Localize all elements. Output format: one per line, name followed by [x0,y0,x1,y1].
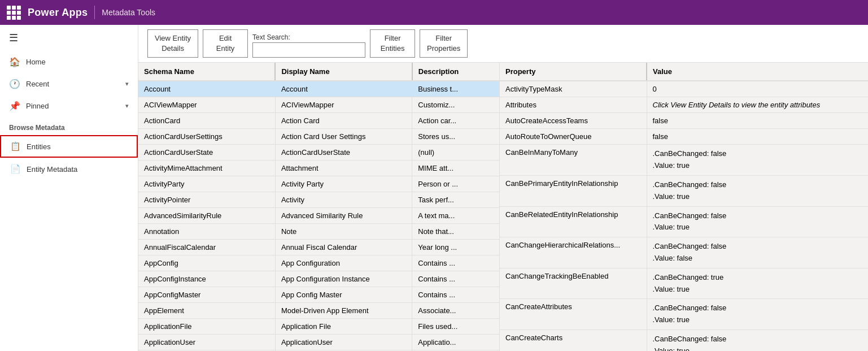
schema-name-cell: AppConfig [138,255,275,271]
recent-label: Recent [26,80,120,88]
schema-name-cell: ActionCardUserState [138,145,275,161]
prop-row: CanCreateAttributes.CanBeChanged: false … [500,299,868,330]
display-name-cell: App Configuration [275,255,412,271]
table-row[interactable]: ApplicationUserApplicationUserApplicatio… [138,335,499,350]
display-name-cell: ApplicationUser [275,335,412,350]
properties-panel[interactable]: Property Value ActivityTypeMask0Attribut… [500,63,868,351]
prop-value: .CanBeChanged: false .Value: true [647,145,868,176]
sidebar-item-home[interactable]: 🏠 Home [0,51,138,73]
search-input[interactable] [252,42,365,58]
sidebar-item-entities[interactable]: 📋 Entities [0,135,138,158]
prop-value: .CanBeChanged: true .Value: true [647,268,868,299]
table-row[interactable]: ActivityMimeAttachmentAttachmentMIME att… [138,161,499,176]
entity-metadata-label: Entity Metadata [27,165,77,174]
description-cell: Stores us... [412,129,499,145]
table-row[interactable]: ActionCardAction CardAction car... [138,113,499,129]
table-area: Schema Name Display Name Description Acc… [138,63,868,351]
schema-name-header: Schema Name [138,63,275,81]
table-row[interactable]: ACIViewMapperACIViewMapperCustomiz... [138,97,499,113]
description-cell: Associate... [412,303,499,319]
sidebar-item-pinned[interactable]: 📌 Pinned ▾ [0,95,138,117]
display-name-cell: Attachment [275,161,412,176]
filter-properties-button[interactable]: Filter Properties [420,29,468,58]
view-entity-details-button[interactable]: View Entity Details [147,29,198,58]
table-row[interactable]: AnnotationNoteNote that... [138,224,499,240]
prop-row: CanChangeHierarchicalRelations....CanBeC… [500,237,868,268]
display-name-cell: App Config Master [275,287,412,303]
home-label: Home [26,58,129,66]
schema-name-cell: Annotation [138,224,275,240]
sidebar: ☰ 🏠 Home 🕐 Recent ▾ 📌 Pinned ▾ Browse Me… [0,25,138,351]
description-cell: Applicatio... [412,335,499,350]
sidebar-item-entity-metadata[interactable]: 📄 Entity Metadata [0,158,138,180]
browse-metadata-title: Browse Metadata [0,117,138,135]
top-navigation: Power Apps Metadata Tools [0,0,868,25]
hamburger-menu[interactable]: ☰ [0,25,138,51]
table-row[interactable]: ApplicationFileApplication FileFiles use… [138,319,499,335]
prop-row: CanBeInManyToMany.CanBeChanged: false .V… [500,145,868,176]
table-row[interactable]: AppConfigMasterApp Config MasterContains… [138,287,499,303]
prop-row: CanCreateCharts.CanBeChanged: false .Val… [500,330,868,351]
home-icon: 🏠 [9,57,20,67]
description-cell: Business t... [412,81,499,97]
prop-value: false [647,113,868,129]
schema-name-cell: ActionCard [138,113,275,129]
display-name-cell: Model-Driven App Element [275,303,412,319]
prop-row: ActivityTypeMask0 [500,81,868,97]
schema-name-cell: ActivityParty [138,176,275,192]
entities-label: Entities [27,142,51,151]
schema-name-cell: ACIViewMapper [138,97,275,113]
prop-name: CanBePrimaryEntityInRelationship [500,175,647,206]
table-row[interactable]: AdvancedSimilarityRuleAdvanced Similarit… [138,208,499,224]
description-cell: Contains ... [412,255,499,271]
content-area: View Entity Details Edit Entity Text Sea… [138,25,868,351]
table-row[interactable]: ActivityPointerActivityTask perf... [138,192,499,208]
filter-entities-button[interactable]: Filter Entities [370,29,415,58]
edit-entity-button[interactable]: Edit Entity [203,29,248,58]
description-cell: Contains ... [412,271,499,287]
description-cell: A text ma... [412,208,499,224]
prop-name: CanChangeTrackingBeEnabled [500,268,647,299]
app-subtitle: Metadata Tools [102,8,155,17]
prop-name: AutoRouteToOwnerQueue [500,129,647,145]
property-header: Property [500,63,647,81]
prop-row: CanBeRelatedEntityInRelationship.CanBeCh… [500,206,868,237]
table-row[interactable]: ActionCardUserSettingsAction Card User S… [138,129,499,145]
description-cell: Task perf... [412,192,499,208]
prop-name: AutoCreateAccessTeams [500,113,647,129]
description-cell: Customiz... [412,97,499,113]
description-cell: Contains ... [412,287,499,303]
prop-row: CanChangeTrackingBeEnabled.CanBeChanged:… [500,268,868,299]
chevron-down-icon: ▾ [125,102,129,110]
schema-name-cell: ActivityMimeAttachment [138,161,275,176]
table-row[interactable]: AppConfigInstanceApp Configuration Insta… [138,271,499,287]
table-row[interactable]: AppConfigApp ConfigurationContains ... [138,255,499,271]
value-header: Value [647,63,868,81]
search-label: Text Search: [252,33,365,41]
description-cell: Note that... [412,224,499,240]
description-cell: Files used... [412,319,499,335]
sidebar-item-recent[interactable]: 🕐 Recent ▾ [0,73,138,95]
pinned-label: Pinned [26,102,120,110]
chevron-down-icon: ▾ [125,80,129,88]
prop-name: CanBeRelatedEntityInRelationship [500,206,647,237]
table-row[interactable]: AccountAccountBusiness t... [138,81,499,97]
pin-icon: 📌 [9,101,20,111]
waffle-menu[interactable] [7,6,21,20]
entities-icon: 📋 [10,141,21,151]
table-row[interactable]: ActionCardUserStateActionCardUserState(n… [138,145,499,161]
prop-row: CanBePrimaryEntityInRelationship.CanBeCh… [500,175,868,206]
display-name-cell: ACIViewMapper [275,97,412,113]
entity-table-scroll[interactable]: Schema Name Display Name Description Acc… [138,63,499,351]
table-row[interactable]: AppElementModel-Driven App ElementAssoci… [138,303,499,319]
table-row[interactable]: AnnualFiscalCalendarAnnual Fiscal Calend… [138,240,499,255]
description-cell: (null) [412,145,499,161]
prop-value: .CanBeChanged: false .Value: true [647,330,868,351]
table-row[interactable]: ActivityPartyActivity PartyPerson or ... [138,176,499,192]
description-cell: MIME att... [412,161,499,176]
main-layout: ☰ 🏠 Home 🕐 Recent ▾ 📌 Pinned ▾ Browse Me… [0,25,868,351]
prop-name: ActivityTypeMask [500,81,647,97]
description-cell: Action car... [412,113,499,129]
schema-name-cell: ApplicationUser [138,335,275,350]
display-name-cell: App Configuration Instance [275,271,412,287]
